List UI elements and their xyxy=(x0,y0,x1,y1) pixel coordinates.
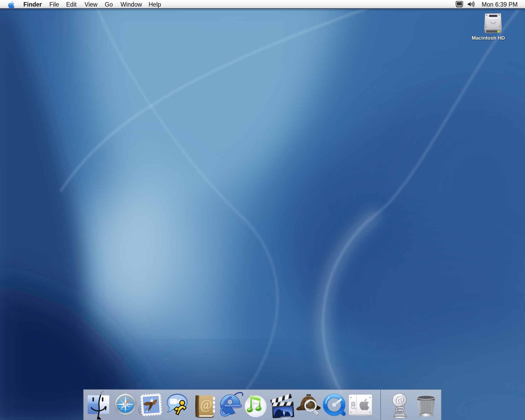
svg-text:@: @ xyxy=(200,397,212,412)
